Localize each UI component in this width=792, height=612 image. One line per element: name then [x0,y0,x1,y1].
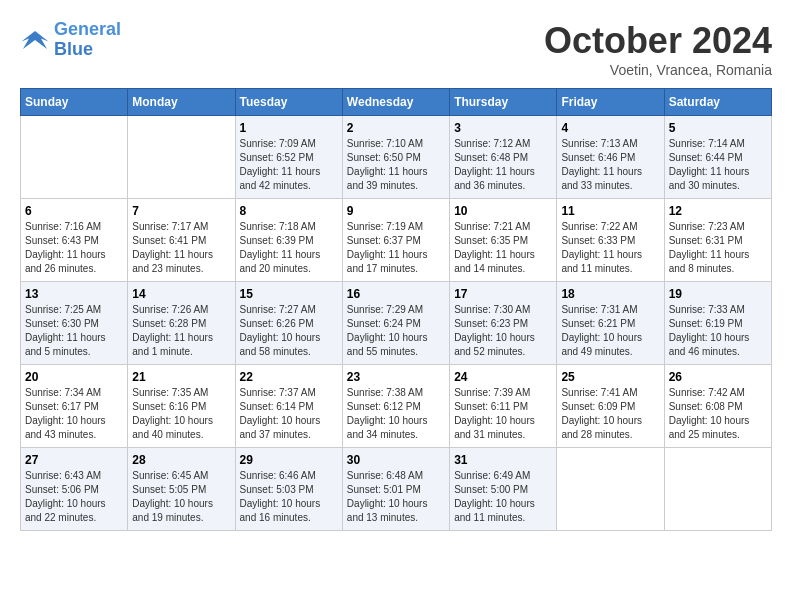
day-header-saturday: Saturday [664,89,771,116]
cell-content: Sunrise: 7:29 AM Sunset: 6:24 PM Dayligh… [347,303,445,359]
calendar-cell [128,116,235,199]
day-header-monday: Monday [128,89,235,116]
day-number: 15 [240,287,338,301]
day-number: 4 [561,121,659,135]
calendar-cell: 6 Sunrise: 7:16 AM Sunset: 6:43 PM Dayli… [21,199,128,282]
calendar-cell: 27 Sunrise: 6:43 AM Sunset: 5:06 PM Dayl… [21,448,128,531]
day-number: 9 [347,204,445,218]
week-row-5: 27 Sunrise: 6:43 AM Sunset: 5:06 PM Dayl… [21,448,772,531]
logo-icon [20,28,50,52]
day-number: 8 [240,204,338,218]
cell-content: Sunrise: 7:38 AM Sunset: 6:12 PM Dayligh… [347,386,445,442]
cell-content: Sunrise: 7:14 AM Sunset: 6:44 PM Dayligh… [669,137,767,193]
cell-content: Sunrise: 7:21 AM Sunset: 6:35 PM Dayligh… [454,220,552,276]
day-number: 1 [240,121,338,135]
cell-content: Sunrise: 7:10 AM Sunset: 6:50 PM Dayligh… [347,137,445,193]
cell-content: Sunrise: 7:34 AM Sunset: 6:17 PM Dayligh… [25,386,123,442]
calendar-cell [21,116,128,199]
calendar-cell: 5 Sunrise: 7:14 AM Sunset: 6:44 PM Dayli… [664,116,771,199]
day-number: 16 [347,287,445,301]
day-number: 7 [132,204,230,218]
month-title: October 2024 [544,20,772,62]
cell-content: Sunrise: 6:49 AM Sunset: 5:00 PM Dayligh… [454,469,552,525]
calendar-cell: 14 Sunrise: 7:26 AM Sunset: 6:28 PM Dayl… [128,282,235,365]
calendar-cell: 23 Sunrise: 7:38 AM Sunset: 6:12 PM Dayl… [342,365,449,448]
calendar-cell: 10 Sunrise: 7:21 AM Sunset: 6:35 PM Dayl… [450,199,557,282]
day-number: 28 [132,453,230,467]
week-row-3: 13 Sunrise: 7:25 AM Sunset: 6:30 PM Dayl… [21,282,772,365]
day-number: 27 [25,453,123,467]
cell-content: Sunrise: 7:37 AM Sunset: 6:14 PM Dayligh… [240,386,338,442]
cell-content: Sunrise: 7:12 AM Sunset: 6:48 PM Dayligh… [454,137,552,193]
page-header: General Blue October 2024 Voetin, Vrance… [20,20,772,78]
cell-content: Sunrise: 7:42 AM Sunset: 6:08 PM Dayligh… [669,386,767,442]
day-header-tuesday: Tuesday [235,89,342,116]
cell-content: Sunrise: 7:27 AM Sunset: 6:26 PM Dayligh… [240,303,338,359]
calendar-table: SundayMondayTuesdayWednesdayThursdayFrid… [20,88,772,531]
calendar-cell: 18 Sunrise: 7:31 AM Sunset: 6:21 PM Dayl… [557,282,664,365]
calendar-cell: 29 Sunrise: 6:46 AM Sunset: 5:03 PM Dayl… [235,448,342,531]
calendar-cell: 1 Sunrise: 7:09 AM Sunset: 6:52 PM Dayli… [235,116,342,199]
day-number: 10 [454,204,552,218]
calendar-cell: 20 Sunrise: 7:34 AM Sunset: 6:17 PM Dayl… [21,365,128,448]
header-row: SundayMondayTuesdayWednesdayThursdayFrid… [21,89,772,116]
week-row-1: 1 Sunrise: 7:09 AM Sunset: 6:52 PM Dayli… [21,116,772,199]
calendar-cell: 26 Sunrise: 7:42 AM Sunset: 6:08 PM Dayl… [664,365,771,448]
cell-content: Sunrise: 7:31 AM Sunset: 6:21 PM Dayligh… [561,303,659,359]
calendar-cell: 28 Sunrise: 6:45 AM Sunset: 5:05 PM Dayl… [128,448,235,531]
cell-content: Sunrise: 6:46 AM Sunset: 5:03 PM Dayligh… [240,469,338,525]
calendar-cell: 13 Sunrise: 7:25 AM Sunset: 6:30 PM Dayl… [21,282,128,365]
day-number: 13 [25,287,123,301]
cell-content: Sunrise: 7:25 AM Sunset: 6:30 PM Dayligh… [25,303,123,359]
cell-content: Sunrise: 7:23 AM Sunset: 6:31 PM Dayligh… [669,220,767,276]
title-block: October 2024 Voetin, Vrancea, Romania [544,20,772,78]
cell-content: Sunrise: 7:26 AM Sunset: 6:28 PM Dayligh… [132,303,230,359]
day-number: 6 [25,204,123,218]
day-number: 22 [240,370,338,384]
day-number: 18 [561,287,659,301]
cell-content: Sunrise: 7:30 AM Sunset: 6:23 PM Dayligh… [454,303,552,359]
cell-content: Sunrise: 7:16 AM Sunset: 6:43 PM Dayligh… [25,220,123,276]
day-number: 12 [669,204,767,218]
day-number: 30 [347,453,445,467]
day-header-thursday: Thursday [450,89,557,116]
cell-content: Sunrise: 7:39 AM Sunset: 6:11 PM Dayligh… [454,386,552,442]
calendar-cell: 3 Sunrise: 7:12 AM Sunset: 6:48 PM Dayli… [450,116,557,199]
day-number: 23 [347,370,445,384]
calendar-cell [664,448,771,531]
calendar-cell: 16 Sunrise: 7:29 AM Sunset: 6:24 PM Dayl… [342,282,449,365]
cell-content: Sunrise: 7:18 AM Sunset: 6:39 PM Dayligh… [240,220,338,276]
day-header-wednesday: Wednesday [342,89,449,116]
cell-content: Sunrise: 7:35 AM Sunset: 6:16 PM Dayligh… [132,386,230,442]
day-header-friday: Friday [557,89,664,116]
day-number: 14 [132,287,230,301]
logo-text: General Blue [54,20,121,60]
calendar-cell: 22 Sunrise: 7:37 AM Sunset: 6:14 PM Dayl… [235,365,342,448]
calendar-cell: 17 Sunrise: 7:30 AM Sunset: 6:23 PM Dayl… [450,282,557,365]
day-number: 24 [454,370,552,384]
day-number: 29 [240,453,338,467]
cell-content: Sunrise: 7:33 AM Sunset: 6:19 PM Dayligh… [669,303,767,359]
calendar-cell: 21 Sunrise: 7:35 AM Sunset: 6:16 PM Dayl… [128,365,235,448]
calendar-cell: 2 Sunrise: 7:10 AM Sunset: 6:50 PM Dayli… [342,116,449,199]
calendar-cell: 25 Sunrise: 7:41 AM Sunset: 6:09 PM Dayl… [557,365,664,448]
cell-content: Sunrise: 7:19 AM Sunset: 6:37 PM Dayligh… [347,220,445,276]
day-number: 31 [454,453,552,467]
cell-content: Sunrise: 7:22 AM Sunset: 6:33 PM Dayligh… [561,220,659,276]
cell-content: Sunrise: 7:17 AM Sunset: 6:41 PM Dayligh… [132,220,230,276]
calendar-cell: 8 Sunrise: 7:18 AM Sunset: 6:39 PM Dayli… [235,199,342,282]
cell-content: Sunrise: 6:48 AM Sunset: 5:01 PM Dayligh… [347,469,445,525]
day-number: 26 [669,370,767,384]
calendar-cell: 31 Sunrise: 6:49 AM Sunset: 5:00 PM Dayl… [450,448,557,531]
calendar-cell: 15 Sunrise: 7:27 AM Sunset: 6:26 PM Dayl… [235,282,342,365]
day-number: 11 [561,204,659,218]
cell-content: Sunrise: 7:41 AM Sunset: 6:09 PM Dayligh… [561,386,659,442]
day-number: 20 [25,370,123,384]
day-number: 21 [132,370,230,384]
calendar-cell [557,448,664,531]
week-row-4: 20 Sunrise: 7:34 AM Sunset: 6:17 PM Dayl… [21,365,772,448]
cell-content: Sunrise: 6:45 AM Sunset: 5:05 PM Dayligh… [132,469,230,525]
cell-content: Sunrise: 7:13 AM Sunset: 6:46 PM Dayligh… [561,137,659,193]
week-row-2: 6 Sunrise: 7:16 AM Sunset: 6:43 PM Dayli… [21,199,772,282]
calendar-cell: 30 Sunrise: 6:48 AM Sunset: 5:01 PM Dayl… [342,448,449,531]
